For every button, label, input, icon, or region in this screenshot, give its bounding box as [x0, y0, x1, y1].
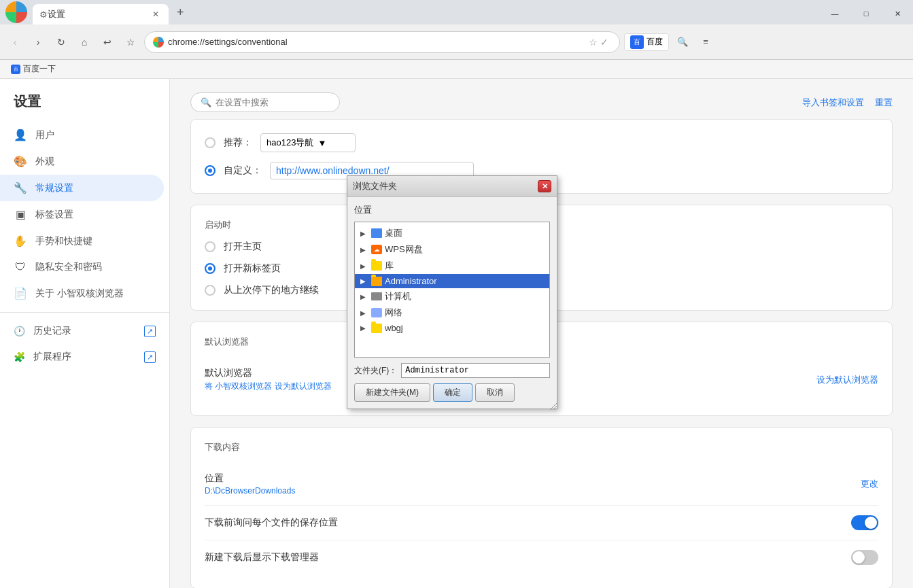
sidebar-label-extensions: 扩展程序	[33, 351, 71, 363]
bookmark-label: 百度一下	[23, 63, 56, 75]
back-button[interactable]: ‹	[5, 33, 24, 52]
search-button[interactable]: 🔍	[673, 33, 692, 52]
extensions-external-icon: ↗	[144, 351, 156, 363]
folder-icon-lib	[371, 261, 382, 271]
dropdown-arrow: ▼	[317, 138, 326, 148]
cancel-button[interactable]: 取消	[475, 383, 515, 402]
tab-close-button[interactable]: ✕	[150, 8, 162, 20]
dialog-close-button[interactable]: ✕	[538, 180, 551, 192]
sidebar-item-appearance[interactable]: 🎨 外观	[0, 148, 164, 175]
custom-label: 自定义：	[224, 165, 262, 177]
menu-button[interactable]: ≡	[696, 33, 715, 52]
radio-recommended[interactable]: 推荐： hao123导航 ▼	[205, 133, 878, 152]
general-icon: 🔧	[14, 181, 27, 194]
folder-input[interactable]	[401, 363, 550, 378]
sidebar-item-privacy[interactable]: 🛡 隐私安全和密码	[0, 254, 164, 280]
custom-url-value: http://www.onlinedown.net/	[276, 165, 390, 176]
download-change-button[interactable]: 更改	[861, 478, 878, 490]
folder-icon-admin	[371, 277, 382, 286]
sidebar-item-about[interactable]: 📄 关于 小智双核浏览器	[0, 280, 164, 307]
sidebar-item-history[interactable]: 🕐 历史记录 ↗	[0, 318, 169, 344]
download-ask-row: 下载前询问每个文件的保存位置	[205, 506, 878, 540]
dialog-resize-handle[interactable]	[550, 402, 557, 409]
tree-item-wbgj[interactable]: ▶ wbgj	[355, 321, 549, 335]
reset-link[interactable]: 重置	[875, 97, 893, 109]
sidebar-item-general[interactable]: 🔧 常规设置	[0, 175, 164, 201]
maximize-button[interactable]: □	[850, 3, 882, 24]
search-input[interactable]	[216, 97, 330, 107]
browser-window: ⚙ 设置 ✕ + — □ ✕ ‹ › ↻ ⌂ ↩ ☆ chrome://sett…	[0, 0, 913, 588]
import-bookmarks-link[interactable]: 导入书签和设置	[802, 97, 864, 109]
tree-item-wps[interactable]: ▶ ☁ WPS网盘	[355, 241, 549, 258]
sidebar-label-user: 用户	[35, 129, 54, 141]
dropdown-value: hao123导航	[266, 137, 313, 149]
address-check-icon[interactable]: ✓	[600, 37, 608, 48]
sidebar-item-user[interactable]: 👤 用户	[0, 122, 164, 148]
forward-button[interactable]: ›	[29, 33, 48, 52]
folder-icon-wbgj	[371, 324, 382, 333]
address-favicon	[153, 37, 164, 48]
tree-item-computer[interactable]: ▶ 计算机	[355, 288, 549, 305]
baidu-search-button[interactable]: 百 百度	[624, 33, 669, 51]
minimize-button[interactable]: —	[819, 3, 850, 24]
radio-circle-recommended	[205, 137, 216, 148]
about-icon: 📄	[14, 287, 27, 300]
tree-item-network[interactable]: ▶ 网络	[355, 305, 549, 321]
resize-icon	[550, 403, 557, 410]
bookmark-icon: 百	[11, 65, 20, 74]
sidebar-label-shortcuts: 手势和快捷键	[35, 235, 92, 247]
file-tree: ▶ 桌面 ▶ ☁ WPS网盘 ▶ 库	[354, 222, 550, 358]
bookmarks-bar: 百 百度一下	[0, 60, 913, 79]
browse-folder-dialog[interactable]: 浏览文件夹 ✕ 位置 ▶ 桌面 ▶ ☁ WPS网盘	[347, 175, 557, 409]
tree-item-desktop[interactable]: ▶ 桌面	[355, 225, 549, 241]
tab-title: 设置	[48, 8, 65, 20]
user-icon: 👤	[14, 128, 27, 141]
window-controls: — □ ✕	[819, 0, 913, 24]
bookmark-button[interactable]: ☆	[121, 33, 140, 52]
startup-label-newtab: 打开新标签页	[224, 262, 281, 275]
expand-arrow-lib: ▶	[360, 262, 368, 270]
download-section: 下载内容 位置 D:\DcBrowserDownloads 更改 下载前询问每个…	[190, 427, 893, 588]
dialog-buttons: 新建文件夹(M) 确定 取消	[354, 383, 550, 402]
startup-label-continue: 从上次停下的地方继续	[224, 284, 319, 296]
settings-tab-icon: ⚙	[39, 10, 48, 20]
baidu-paw-icon: 百	[630, 35, 644, 49]
sidebar-item-extensions[interactable]: 🧩 扩展程序 ↗	[0, 344, 169, 370]
download-manager-title: 新建下载后显示下载管理器	[205, 551, 851, 564]
new-folder-button[interactable]: 新建文件夹(M)	[354, 383, 430, 402]
appearance-icon: 🎨	[14, 155, 27, 168]
sidebar-label-history: 历史记录	[33, 325, 71, 337]
svg-line-2	[555, 409, 557, 410]
desktop-icon	[371, 228, 382, 238]
homepage-dropdown[interactable]: hao123导航 ▼	[260, 133, 356, 152]
undo-button[interactable]: ↩	[98, 33, 117, 52]
tree-item-lib[interactable]: ▶ 库	[355, 258, 549, 274]
download-manager-toggle[interactable]	[851, 550, 878, 565]
download-ask-toggle[interactable]	[851, 515, 878, 530]
tree-item-admin[interactable]: ▶ Administrator	[355, 274, 549, 288]
tab-settings[interactable]: ⚙ 设置 ✕	[33, 4, 169, 24]
tabs-icon: ▣	[14, 208, 27, 221]
download-location-value: D:\DcBrowserDownloads	[205, 486, 861, 496]
sidebar-item-shortcuts[interactable]: ✋ 手势和快捷键	[0, 228, 164, 254]
home-button[interactable]: ⌂	[75, 33, 94, 52]
set-default-button[interactable]: 设为默认浏览器	[816, 374, 878, 386]
search-box[interactable]: 🔍	[190, 92, 340, 112]
sidebar-label-privacy: 隐私安全和密码	[35, 261, 102, 273]
new-tab-button[interactable]: +	[171, 3, 190, 22]
download-ask-label-wrap: 下载前询问每个文件的保存位置	[205, 517, 851, 529]
shortcuts-icon: ✋	[14, 235, 27, 247]
computer-icon	[371, 292, 382, 300]
dialog-titlebar: 浏览文件夹 ✕	[347, 176, 557, 197]
address-star-icon[interactable]: ☆	[589, 37, 598, 48]
ok-button[interactable]: 确定	[433, 383, 472, 402]
baidu-label: 百度	[647, 36, 663, 48]
close-button[interactable]: ✕	[882, 3, 913, 24]
bookmark-baidu[interactable]: 百 百度一下	[7, 62, 60, 76]
tree-label-desktop: 桌面	[385, 227, 402, 239]
tree-label-network: 网络	[385, 307, 402, 319]
sidebar-item-tabs[interactable]: ▣ 标签设置	[0, 201, 164, 228]
reload-button[interactable]: ↻	[52, 33, 71, 52]
dialog-footer: 文件夹(F)： 新建文件夹(M) 确定 取消	[354, 363, 550, 402]
address-input[interactable]: chrome://settings/conventional ☆ ✓	[144, 31, 620, 53]
